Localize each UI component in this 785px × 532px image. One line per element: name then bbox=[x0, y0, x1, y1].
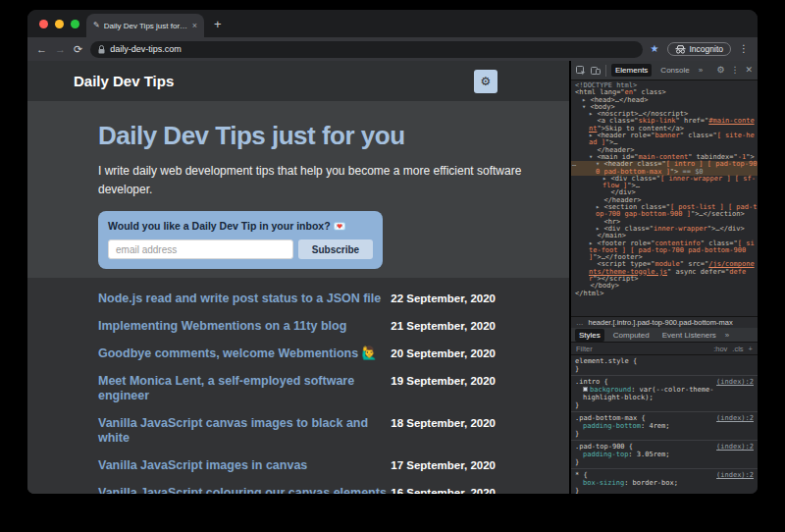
dom-node[interactable]: ▸ <div class="[ inner-wrapper ] [ sf-flo… bbox=[571, 176, 758, 190]
hov-toggle[interactable]: :hov bbox=[713, 345, 727, 353]
post-title-link[interactable]: Vanilla JavaScript images in canvas bbox=[98, 458, 307, 473]
desktop: ✎ Daily Dev Tips just for you - Da × + ←… bbox=[0, 0, 785, 532]
devtools-toolbar: Elements Console » ⚙ ⋮ ✕ bbox=[571, 61, 758, 80]
tab-close-icon[interactable]: × bbox=[192, 22, 197, 30]
post-row: Vanilla JavaScript images in canvas17 Se… bbox=[98, 458, 496, 473]
css-rule[interactable]: * {(index):2box-sizing: border-box;} bbox=[571, 469, 758, 494]
post-title-link[interactable]: Vanilla JavaScript colouring our canvas … bbox=[98, 486, 391, 494]
css-rule[interactable]: .intro {(index):2background: var(--color… bbox=[571, 376, 758, 412]
dom-node-selected[interactable]: …▾ <header class="[ intro ] [ pad-top-90… bbox=[571, 161, 758, 176]
post-date: 20 September, 2020 bbox=[391, 346, 496, 359]
gutter-ellipsis-icon: … bbox=[572, 161, 576, 168]
devtools-settings-icon[interactable]: ⚙ bbox=[716, 66, 724, 75]
zoom-window-button[interactable] bbox=[71, 20, 79, 28]
post-title-link[interactable]: Meet Monica Lent, a self-employed softwa… bbox=[98, 374, 391, 403]
post-title-link[interactable]: Goodbye comments, welcome Webmentions 🙋‍… bbox=[98, 346, 377, 361]
stylesheet-link[interactable]: (index):2 bbox=[716, 414, 754, 422]
post-row: Vanilla JavaScript canvas images to blac… bbox=[98, 416, 496, 446]
tab-elements[interactable]: Elements bbox=[611, 64, 652, 77]
devtools-panel: Elements Console » ⚙ ⋮ ✕ <!DOCTYPE html>… bbox=[569, 61, 758, 494]
cls-toggle[interactable]: .cls bbox=[732, 345, 743, 353]
tab-styles[interactable]: Styles bbox=[575, 329, 604, 342]
post-date: 18 September, 2020 bbox=[391, 416, 496, 429]
bookmark-star-icon[interactable]: ★ bbox=[651, 44, 659, 54]
css-rule-close: } bbox=[575, 365, 754, 373]
stylesheet-link[interactable]: (index):2 bbox=[716, 378, 754, 386]
post-title-link[interactable]: Vanilla JavaScript canvas images to blac… bbox=[98, 416, 391, 446]
reload-icon[interactable]: ⟳ bbox=[74, 44, 82, 55]
hero-heading: Daily Dev Tips just for you bbox=[98, 121, 530, 151]
css-declaration[interactable]: background: var(--color-theme-highlight-… bbox=[575, 386, 754, 401]
stylesheet-link[interactable]: (index):2 bbox=[716, 443, 754, 451]
post-list: Node.js read and write post status to a … bbox=[27, 278, 569, 494]
post-row: Node.js read and write post status to a … bbox=[98, 292, 496, 306]
dom-node[interactable]: </html> bbox=[571, 291, 758, 297]
minimize-window-button[interactable] bbox=[55, 20, 64, 28]
gear-icon: ⚙ bbox=[481, 75, 492, 88]
devtools-close-icon[interactable]: ✕ bbox=[745, 66, 753, 75]
tab-title: Daily Dev Tips just for you - Da bbox=[104, 22, 188, 30]
breadcrumb-item[interactable]: header.[.intro.].pad-top-900.pad-bottom-… bbox=[589, 318, 733, 327]
dom-node[interactable]: ▸ <header role="banner" class="[ site-he… bbox=[571, 133, 758, 147]
css-declaration[interactable]: padding-top: 3.05rem; bbox=[575, 451, 754, 458]
site-logo[interactable]: Daily Dev Tips bbox=[74, 73, 174, 89]
post-title-link[interactable]: Implementing Webmentions on a 11ty blog bbox=[98, 319, 346, 334]
devtools-menu-icon[interactable]: ⋮ bbox=[730, 66, 739, 75]
traffic-lights bbox=[39, 20, 79, 28]
address-bar[interactable]: daily-dev-tips.com bbox=[90, 41, 642, 58]
post-date: 16 September, 2020 bbox=[391, 486, 496, 494]
css-declaration[interactable]: padding-bottom: 4rem; bbox=[575, 422, 754, 430]
more-tabs-icon[interactable]: » bbox=[699, 66, 703, 75]
css-selector: .intro { bbox=[575, 378, 608, 386]
window-content: Daily Dev Tips ⚙ Daily Dev Tips just for… bbox=[27, 61, 758, 494]
signup-form: Subscribe bbox=[108, 239, 373, 259]
post-date: 19 September, 2020 bbox=[391, 374, 496, 387]
tab-strip: ✎ Daily Dev Tips just for you - Da × + bbox=[27, 10, 758, 37]
back-icon[interactable]: ← bbox=[36, 44, 47, 55]
filter-input[interactable]: Filter bbox=[576, 345, 593, 353]
css-rule[interactable]: .pad-bottom-max {(index):2padding-bottom… bbox=[571, 412, 758, 441]
stylesheet-link[interactable]: (index):2 bbox=[716, 471, 754, 479]
breadcrumb-ellipsis[interactable]: … bbox=[576, 318, 584, 327]
tab-computed[interactable]: Computed bbox=[609, 329, 654, 342]
signup-box: Would you like a Daily Dev Tip in your i… bbox=[98, 211, 383, 269]
new-rule-button[interactable]: + bbox=[749, 345, 753, 353]
subscribe-button[interactable]: Subscribe bbox=[298, 239, 373, 259]
browser-toolbar: ← → ⟳ daily-dev-tips.com ★ Incog bbox=[27, 37, 758, 61]
toolbar-divider bbox=[605, 65, 606, 77]
css-property: padding-bottom bbox=[583, 422, 641, 430]
browser-tab[interactable]: ✎ Daily Dev Tips just for you - Da × bbox=[86, 14, 204, 37]
color-swatch-icon[interactable] bbox=[583, 387, 588, 392]
dom-node[interactable]: ▸ <footer role="contentinfo" class="[ si… bbox=[571, 240, 758, 262]
dom-node[interactable]: <script type="module" src="/js/component… bbox=[571, 261, 758, 283]
forward-icon[interactable]: → bbox=[55, 44, 66, 55]
css-declaration[interactable]: box-sizing: border-box; bbox=[575, 479, 754, 487]
browser-menu-icon[interactable]: ⋮ bbox=[739, 44, 749, 54]
close-window-button[interactable] bbox=[39, 20, 48, 28]
tab-event-listeners[interactable]: Event Listeners bbox=[658, 329, 720, 342]
css-property: padding-top bbox=[583, 451, 628, 458]
lock-icon bbox=[98, 45, 105, 54]
post-date: 22 September, 2020 bbox=[391, 292, 496, 304]
css-value: : 3.05rem; bbox=[628, 451, 669, 458]
post-title-link[interactable]: Node.js read and write post status to a … bbox=[98, 292, 381, 306]
css-rule[interactable]: element.style {} bbox=[571, 355, 758, 376]
dom-node[interactable]: ▸ <section class="[ post-list ] [ pad-to… bbox=[571, 204, 758, 219]
incognito-icon bbox=[675, 45, 686, 54]
element-breadcrumb: … header.[.intro.].pad-top-900.pad-botto… bbox=[571, 316, 758, 328]
styles-more-tabs-icon[interactable]: » bbox=[725, 331, 729, 340]
post-row: Meet Monica Lent, a self-employed softwa… bbox=[98, 374, 496, 403]
new-tab-button[interactable]: + bbox=[214, 18, 222, 30]
tab-favicon-icon: ✎ bbox=[93, 22, 100, 29]
incognito-label: Incognito bbox=[690, 44, 724, 54]
dom-node[interactable]: <a class="skip-link" href="#main-content… bbox=[571, 118, 758, 133]
tab-console[interactable]: Console bbox=[656, 64, 693, 77]
css-rule[interactable]: .pad-top-900 {(index):2padding-top: 3.05… bbox=[571, 441, 758, 469]
filter-controls: :hov .cls + bbox=[713, 345, 753, 353]
css-selector: .pad-top-900 { bbox=[575, 443, 633, 451]
css-value: : 4rem; bbox=[641, 422, 670, 430]
inspect-element-icon[interactable] bbox=[576, 66, 586, 76]
theme-toggle-button[interactable]: ⚙ bbox=[474, 70, 497, 93]
device-toolbar-icon[interactable] bbox=[591, 66, 601, 76]
email-field[interactable] bbox=[108, 239, 293, 259]
